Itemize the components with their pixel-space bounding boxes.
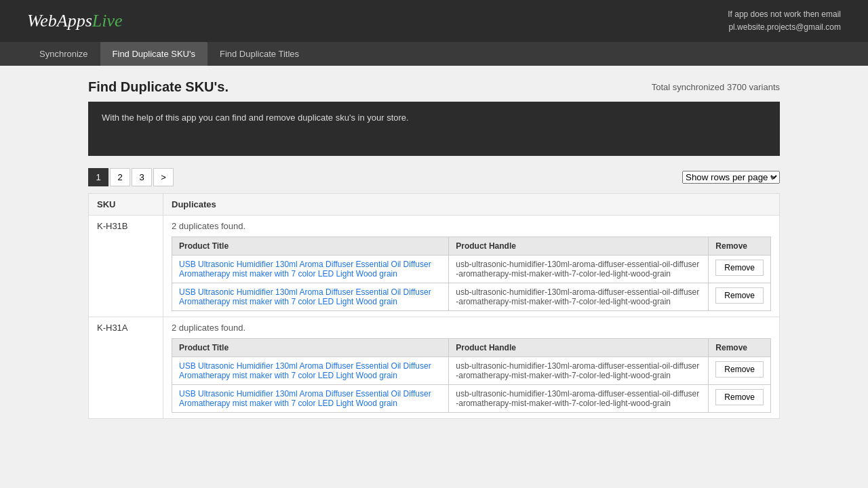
product-handle-text: usb-ultrasonic-humidifier-130ml-aroma-di… <box>456 260 699 279</box>
col-product-handle: Product Handle <box>449 237 709 256</box>
product-title-link[interactable]: USB Ultrasonic Humidifier 130ml Aroma Di… <box>179 361 431 380</box>
product-handle-text: usb-ultrasonic-humidifier-130ml-aroma-di… <box>456 287 699 306</box>
duplicates-cell: 2 duplicates found.Product TitleProduct … <box>163 317 780 419</box>
product-title-link[interactable]: USB Ultrasonic Humidifier 130ml Aroma Di… <box>179 287 431 306</box>
dup-table: Product TitleProduct HandleRemoveUSB Ult… <box>172 338 771 413</box>
col-product-handle: Product Handle <box>449 339 709 357</box>
remove-button[interactable]: Remove <box>715 287 764 304</box>
pagination: 1 2 3 > <box>88 168 174 186</box>
product-title-cell: USB Ultrasonic Humidifier 130ml Aroma Di… <box>172 385 449 413</box>
remove-button[interactable]: Remove <box>715 361 764 378</box>
nav-synchronize[interactable]: Synchronize <box>27 42 100 66</box>
contact-info: If app does not work then email pl.websi… <box>728 8 841 34</box>
app-logo: WebAppsLive <box>27 11 123 31</box>
col-sku: SKU <box>89 194 163 216</box>
product-handle-cell: usb-ultrasonic-humidifier-130ml-aroma-di… <box>449 283 709 311</box>
page-btn-next[interactable]: > <box>153 168 174 186</box>
main-nav: Synchronize Find Duplicate SKU's Find Du… <box>0 42 868 66</box>
contact-line1: If app does not work then email <box>728 8 841 21</box>
table-row: K-H31A2 duplicates found.Product TitlePr… <box>89 317 780 419</box>
pagination-row: 1 2 3 > Show rows per page 10 25 50 100 <box>88 168 780 186</box>
col-remove: Remove <box>709 339 771 357</box>
rows-per-page-wrapper: Show rows per page 10 25 50 100 <box>682 171 780 184</box>
product-title-link[interactable]: USB Ultrasonic Humidifier 130ml Aroma Di… <box>179 260 431 279</box>
sku-cell: K-H31B <box>89 216 163 317</box>
list-item: USB Ultrasonic Humidifier 130ml Aroma Di… <box>172 357 771 385</box>
main-table: SKU Duplicates K-H31B2 duplicates found.… <box>88 193 780 419</box>
remove-cell: Remove <box>709 256 771 283</box>
duplicates-count: 2 duplicates found. <box>172 323 771 333</box>
sku-cell: K-H31A <box>89 317 163 419</box>
remove-cell: Remove <box>709 283 771 311</box>
list-item: USB Ultrasonic Humidifier 130ml Aroma Di… <box>172 256 771 283</box>
logo-script: Live <box>92 11 123 30</box>
info-box: With the help of this app you can find a… <box>88 102 780 156</box>
contact-line2: pl.website.projects@gmail.com <box>728 21 841 34</box>
dup-table: Product TitleProduct HandleRemoveUSB Ult… <box>172 237 771 311</box>
product-title-cell: USB Ultrasonic Humidifier 130ml Aroma Di… <box>172 256 449 283</box>
product-title-cell: USB Ultrasonic Humidifier 130ml Aroma Di… <box>172 283 449 311</box>
nav-find-duplicate-skus[interactable]: Find Duplicate SKU's <box>100 42 208 66</box>
page-title: Find Duplicate SKU's. <box>88 79 229 95</box>
product-handle-cell: usb-ultrasonic-humidifier-130ml-aroma-di… <box>449 357 709 385</box>
info-text: With the help of this app you can find a… <box>102 113 409 123</box>
main-content: Find Duplicate SKU's. Total synchronized… <box>61 66 807 432</box>
remove-button[interactable]: Remove <box>715 389 764 405</box>
product-handle-cell: usb-ultrasonic-humidifier-130ml-aroma-di… <box>449 385 709 413</box>
page-header: Find Duplicate SKU's. Total synchronized… <box>88 79 780 95</box>
remove-cell: Remove <box>709 385 771 413</box>
list-item: USB Ultrasonic Humidifier 130ml Aroma Di… <box>172 385 771 413</box>
product-title-cell: USB Ultrasonic Humidifier 130ml Aroma Di… <box>172 357 449 385</box>
duplicates-count: 2 duplicates found. <box>172 221 771 231</box>
col-product-title: Product Title <box>172 237 449 256</box>
product-handle-cell: usb-ultrasonic-humidifier-130ml-aroma-di… <box>449 256 709 283</box>
table-row: K-H31B2 duplicates found.Product TitlePr… <box>89 216 780 317</box>
list-item: USB Ultrasonic Humidifier 130ml Aroma Di… <box>172 283 771 311</box>
col-duplicates: Duplicates <box>163 194 780 216</box>
product-handle-text: usb-ultrasonic-humidifier-130ml-aroma-di… <box>456 389 699 408</box>
product-handle-text: usb-ultrasonic-humidifier-130ml-aroma-di… <box>456 361 699 380</box>
remove-cell: Remove <box>709 357 771 385</box>
page-btn-2[interactable]: 2 <box>110 168 130 186</box>
nav-find-duplicate-titles[interactable]: Find Duplicate Titles <box>208 42 311 66</box>
remove-button[interactable]: Remove <box>715 260 764 276</box>
col-remove: Remove <box>709 237 771 256</box>
app-header: WebAppsLive If app does not work then em… <box>0 0 868 42</box>
duplicates-cell: 2 duplicates found.Product TitleProduct … <box>163 216 780 317</box>
page-btn-1[interactable]: 1 <box>88 168 108 186</box>
total-info: Total synchronized 3700 variants <box>652 82 780 92</box>
product-title-link[interactable]: USB Ultrasonic Humidifier 130ml Aroma Di… <box>179 389 431 408</box>
page-btn-3[interactable]: 3 <box>132 168 152 186</box>
col-product-title: Product Title <box>172 339 449 357</box>
rows-per-page-select[interactable]: Show rows per page 10 25 50 100 <box>682 171 780 184</box>
